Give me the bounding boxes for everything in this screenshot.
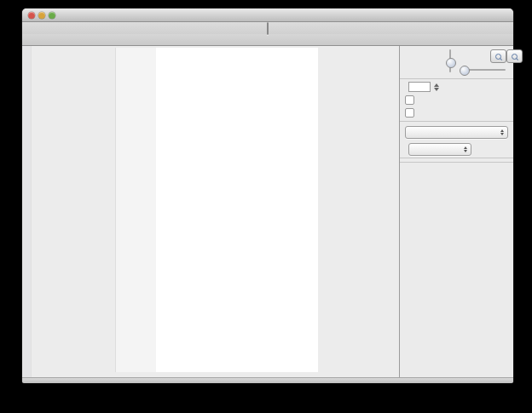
zoom-in-button[interactable] — [506, 49, 523, 63]
trim-region-band — [115, 48, 158, 372]
allow-vertical-overlap-row[interactable] — [405, 95, 508, 105]
spacing-stepper[interactable] — [434, 83, 439, 91]
scale-controls — [405, 49, 508, 75]
y-scale-slider-knob[interactable] — [446, 58, 456, 68]
close-window-icon[interactable] — [28, 12, 35, 19]
settings-panel — [400, 46, 513, 377]
magnifier-icon — [495, 54, 501, 60]
content-area — [22, 46, 513, 377]
document-name-gutter — [22, 46, 32, 377]
zoom-out-button[interactable] — [490, 49, 506, 63]
divider — [400, 121, 513, 122]
locus-range-band — [156, 48, 318, 372]
magnifier-icon — [512, 54, 518, 60]
app-window — [22, 9, 513, 382]
loci-row — [405, 144, 508, 154]
stepper-up-icon[interactable] — [434, 83, 439, 87]
popup-arrows-icon — [500, 129, 504, 135]
spacing-input[interactable] — [408, 82, 431, 92]
toolbar — [22, 34, 513, 46]
trace-plot-panel[interactable] — [22, 46, 400, 377]
scale-x-axes-checkbox[interactable] — [405, 108, 414, 118]
x-scale-slider-knob[interactable] — [460, 66, 470, 76]
stepper-down-icon[interactable] — [434, 88, 439, 91]
window-bottom-edge — [22, 377, 513, 383]
spacing-row — [405, 82, 508, 92]
sizing-method-popup[interactable] — [405, 126, 508, 139]
allow-vertical-overlap-checkbox[interactable] — [405, 95, 414, 105]
tab-strip — [22, 22, 513, 34]
divider — [400, 78, 513, 79]
tab-bar — [267, 22, 269, 35]
divider — [400, 162, 513, 163]
scale-x-axes-row[interactable] — [405, 107, 508, 118]
divider — [400, 158, 513, 158]
loci-popup[interactable] — [408, 143, 471, 156]
popup-arrows-icon — [464, 146, 467, 152]
title-bar[interactable] — [22, 9, 513, 22]
window-controls — [28, 12, 55, 19]
minimize-window-icon[interactable] — [38, 12, 45, 19]
zoom-window-icon[interactable] — [49, 12, 55, 19]
